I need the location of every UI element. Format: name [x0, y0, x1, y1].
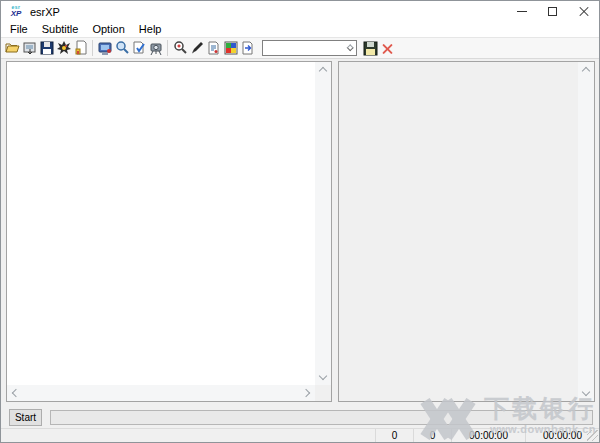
save-button[interactable]: [38, 39, 55, 57]
save-entry-icon: [363, 41, 378, 56]
save-frames-button[interactable]: [21, 39, 38, 57]
export-page-icon: [240, 40, 256, 56]
search-icon: [114, 40, 130, 56]
page-info-icon: [206, 40, 222, 56]
image-panel-hscrollbar[interactable]: [7, 385, 315, 401]
save-icon: [39, 40, 55, 56]
chevron-down-icon: [347, 44, 354, 51]
draw-pen-button[interactable]: [188, 39, 205, 57]
close-icon: [579, 7, 589, 17]
start-button[interactable]: Start: [9, 409, 42, 426]
zoom-icon: [172, 40, 188, 56]
colors-button[interactable]: [222, 39, 239, 57]
app-icon: esr XP: [8, 4, 24, 20]
scroll-up-icon: [582, 67, 590, 75]
check-page-icon: [131, 40, 147, 56]
scroll-right-icon: [302, 389, 310, 397]
subtitle-list-panel[interactable]: [338, 61, 595, 402]
window-title: esrXP: [30, 6, 60, 18]
colors-icon: [223, 40, 239, 56]
statusbar-message-area: [1, 429, 375, 442]
resize-grip-icon[interactable]: [587, 430, 598, 441]
open-folder-button[interactable]: [4, 39, 21, 57]
toolbar-combobox[interactable]: [262, 40, 357, 56]
scrollbar-corner: [315, 385, 331, 401]
edit-page-button[interactable]: [72, 39, 89, 57]
window-controls: [506, 1, 599, 22]
app-icon-text-bottom: XP: [11, 10, 22, 18]
search-button[interactable]: [113, 39, 130, 57]
menu-file[interactable]: File: [3, 22, 35, 37]
maximize-button[interactable]: [537, 1, 568, 22]
capture-icon: [148, 40, 164, 56]
capture-button[interactable]: [147, 39, 164, 57]
scroll-down-icon: [319, 372, 327, 380]
progress-bar: [50, 410, 593, 425]
open-folder-icon: [5, 40, 21, 56]
titlebar: esr XP esrXP: [1, 1, 599, 22]
statusbar: 0 0 00:00:00 00:00:00: [1, 428, 599, 442]
subtitle-panel-vscrollbar[interactable]: [578, 62, 594, 401]
toolbar: [1, 37, 599, 59]
scroll-up-icon: [319, 67, 327, 75]
statusbar-count-1: 0: [375, 429, 413, 442]
draw-pen-icon: [189, 40, 205, 56]
edit-page-icon: [73, 40, 89, 56]
snapshot-icon: [56, 40, 72, 56]
video-preview-button[interactable]: [96, 39, 113, 57]
scroll-down-icon: [582, 388, 590, 396]
menu-subtitle[interactable]: Subtitle: [35, 22, 86, 37]
save-frames-icon: [22, 40, 38, 56]
page-info-button[interactable]: [205, 39, 222, 57]
scroll-left-icon: [12, 389, 20, 397]
minimize-icon: [517, 11, 527, 12]
minimize-button[interactable]: [506, 1, 537, 22]
delete-x-icon: [382, 43, 393, 54]
save-entry-button[interactable]: [362, 39, 379, 57]
export-page-button[interactable]: [239, 39, 256, 57]
maximize-icon: [548, 7, 557, 16]
zoom-button[interactable]: [171, 39, 188, 57]
menu-help[interactable]: Help: [132, 22, 169, 37]
image-panel-vscrollbar[interactable]: [315, 62, 331, 385]
toolbar-separator: [167, 40, 168, 56]
menu-option[interactable]: Option: [85, 22, 131, 37]
esrxp-window: esr XP esrXP File Subtitle Option Help: [0, 0, 600, 443]
image-panel[interactable]: [6, 61, 332, 402]
toolbar-separator: [92, 40, 93, 56]
menubar: File Subtitle Option Help: [1, 22, 599, 37]
close-button[interactable]: [568, 1, 599, 22]
snapshot-button[interactable]: [55, 39, 72, 57]
statusbar-time-1: 00:00:00: [451, 429, 525, 442]
video-preview-icon: [97, 40, 113, 56]
delete-entry-button[interactable]: [379, 39, 396, 57]
statusbar-count-2: 0: [413, 429, 451, 442]
check-page-button[interactable]: [130, 39, 147, 57]
